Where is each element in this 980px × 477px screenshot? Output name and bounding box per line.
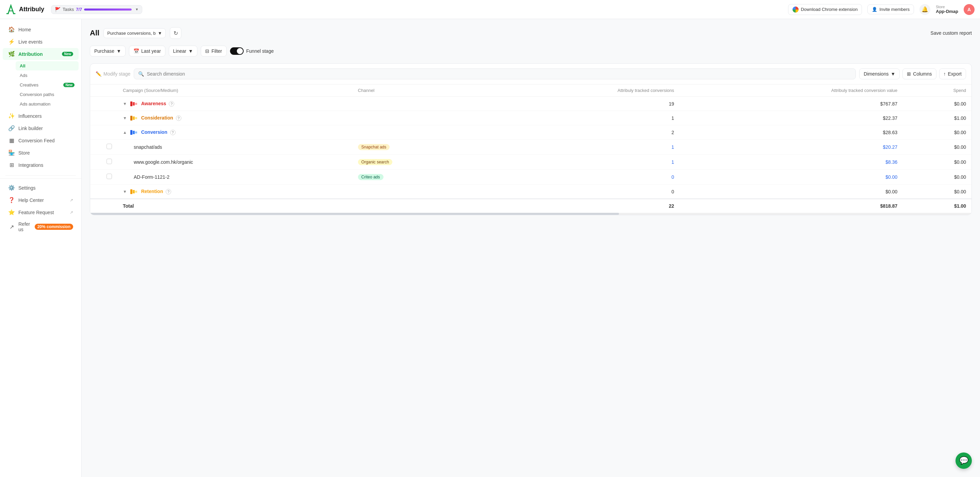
date-range-label: Last year <box>141 48 161 54</box>
retention-help-icon[interactable]: ? <box>166 189 171 195</box>
row-checkbox-cell[interactable] <box>90 155 118 169</box>
date-range-filter[interactable]: 📅 Last year <box>129 46 165 56</box>
row-checkbox-2[interactable] <box>107 159 112 164</box>
chrome-extension-button[interactable]: Download Chrome extension <box>788 4 862 15</box>
page-title: All <box>90 29 99 37</box>
sidebar-item-link-builder[interactable]: 🔗 Link builder <box>3 122 79 134</box>
model-arrow: ▼ <box>189 48 193 54</box>
attribution-model-filter[interactable]: Linear ▼ <box>169 46 198 56</box>
google-spend-cell: $0.00 <box>903 155 972 169</box>
filters-bar: Purchase ▼ 📅 Last year Linear ▼ ⊟ Filter <box>90 46 972 56</box>
sidebar-item-creatives[interactable]: Creatives New <box>16 80 79 89</box>
external-link-icon-2: ↗ <box>70 210 73 215</box>
dimensions-label: Dimensions <box>864 71 888 77</box>
retention-spend-cell: $0.00 <box>903 185 972 199</box>
conversion-spend-cell: $0.00 <box>903 125 972 140</box>
sidebar-item-influencers[interactable]: ✨ Influencers <box>3 110 79 122</box>
sidebar-influencers-label: Influencers <box>18 113 73 119</box>
columns-button[interactable]: ⊞ Columns <box>902 69 936 79</box>
sidebar-item-ads[interactable]: Ads <box>16 71 79 80</box>
avatar[interactable]: A <box>964 4 975 15</box>
attribution-badge: New <box>62 52 73 56</box>
sidebar-item-store[interactable]: 🏪 Store <box>3 147 79 159</box>
sidebar-item-live-events[interactable]: ⚡ Live events <box>3 36 79 48</box>
columns-label: Columns <box>913 71 932 77</box>
expand-retention-button[interactable]: ▼ <box>123 189 127 194</box>
store-area: Store App-Dmap <box>936 5 958 14</box>
consideration-value-cell: $22.37 <box>679 111 903 125</box>
row-checkbox[interactable] <box>107 144 112 149</box>
snapchat-value-link[interactable]: $20.27 <box>883 144 897 150</box>
export-button[interactable]: ↑ Export <box>939 69 966 79</box>
sidebar-item-all[interactable]: All <box>16 61 79 70</box>
spend-column-header: Spend <box>903 85 972 97</box>
all-label: All <box>20 63 25 69</box>
toggle-knob <box>237 48 243 54</box>
dimension-search-box[interactable]: 🔍 <box>134 69 856 79</box>
invite-members-button[interactable]: 👤 Invite members <box>867 5 914 14</box>
expand-consideration-button[interactable]: ▼ <box>123 116 127 121</box>
total-channel-cell <box>353 199 484 213</box>
funnel-stage-toggle[interactable] <box>230 47 243 55</box>
tasks-progress-bar <box>84 8 132 11</box>
sidebar-item-feature-request[interactable]: ⭐ Feature Request ↗ <box>3 206 79 218</box>
link-builder-icon: 🔗 <box>8 125 15 131</box>
svg-rect-2 <box>135 103 137 105</box>
expand-awareness-button[interactable]: ▼ <box>123 102 127 106</box>
total-checkbox-cell <box>90 199 118 213</box>
dropdown-arrow-icon: ▼ <box>158 30 162 36</box>
row-checkbox-cell <box>90 185 118 199</box>
sidebar-item-conversion-paths[interactable]: Conversion paths <box>16 90 79 99</box>
horizontal-scrollbar[interactable] <box>90 213 972 215</box>
snapchat-channel-tag: Snapchat ads <box>358 144 390 150</box>
feature-request-icon: ⭐ <box>8 209 15 215</box>
conversion-type-filter[interactable]: Purchase ▼ <box>90 46 126 56</box>
tasks-pill[interactable]: 🚩 Tasks 7/7 ▼ <box>51 5 142 14</box>
snapchat-conversions-link[interactable]: 1 <box>671 144 674 150</box>
notifications-button[interactable]: 🔔 <box>920 4 930 15</box>
sidebar-item-ads-automation[interactable]: Ads automation <box>16 99 79 108</box>
modify-stage-button[interactable]: ✏️ Modify stage <box>95 71 130 77</box>
sidebar-item-attribution[interactable]: 🌿 Attribution New <box>3 48 79 60</box>
svg-rect-3 <box>130 116 132 121</box>
google-value-cell: $8.36 <box>679 155 903 169</box>
pencil-icon: ✏️ <box>95 71 102 77</box>
scrollbar-thumb[interactable] <box>90 213 619 215</box>
awareness-help-icon[interactable]: ? <box>169 101 174 107</box>
conversion-help-icon[interactable]: ? <box>170 130 176 135</box>
filter-button[interactable]: ⊟ Filter <box>201 46 226 56</box>
home-icon: 🏠 <box>8 26 15 33</box>
topbar-actions: Download Chrome extension 👤 Invite membe… <box>788 4 975 15</box>
sidebar-item-integrations[interactable]: ⊞ Integrations <box>3 159 79 171</box>
consideration-stage-icon <box>130 116 138 121</box>
save-custom-report-button[interactable]: Save custom report <box>931 30 972 36</box>
refer-badge: 20% commission <box>35 224 73 230</box>
consideration-help-icon[interactable]: ? <box>176 115 181 121</box>
google-conversions-link[interactable]: 1 <box>671 160 674 165</box>
retention-channel-cell <box>353 185 484 199</box>
sidebar-item-help[interactable]: ❓ Help Center ↗ <box>3 194 79 206</box>
modify-stage-label: Modify stage <box>103 71 130 77</box>
sidebar-item-conversion-feed[interactable]: ▦ Conversion Feed <box>3 134 79 147</box>
refresh-button[interactable]: ↻ <box>170 27 181 39</box>
sidebar-item-home[interactable]: 🏠 Home <box>3 24 79 35</box>
adform-value-link[interactable]: $0.00 <box>885 174 897 180</box>
row-checkbox-cell[interactable] <box>90 169 118 185</box>
google-value-link[interactable]: $8.36 <box>885 160 897 165</box>
expand-conversion-button[interactable]: ▲ <box>123 130 127 135</box>
influencers-icon: ✨ <box>8 113 15 119</box>
row-checkbox-cell[interactable] <box>90 140 118 155</box>
chat-button[interactable]: 💬 <box>956 453 972 469</box>
dimensions-button[interactable]: Dimensions ▼ <box>859 69 900 79</box>
dimension-search-input[interactable] <box>147 71 851 77</box>
snapchat-conversions-cell: 1 <box>484 140 679 155</box>
sidebar-item-refer[interactable]: ↗ Refer us 20% commission <box>3 219 79 235</box>
bell-icon: 🔔 <box>921 6 928 13</box>
adform-conversions-link[interactable]: 0 <box>671 174 674 180</box>
sidebar-item-settings[interactable]: ⚙️ Settings <box>3 182 79 194</box>
report-type-dropdown[interactable]: Purchase conversions, b ▼ <box>103 28 166 38</box>
row-checkbox-3[interactable] <box>107 174 112 179</box>
consideration-campaign-cell: ▼ Consideration ? <box>118 111 353 125</box>
funnel-stage-toggle-container: Funnel stage <box>230 47 274 55</box>
store-name: App-Dmap <box>936 9 958 14</box>
